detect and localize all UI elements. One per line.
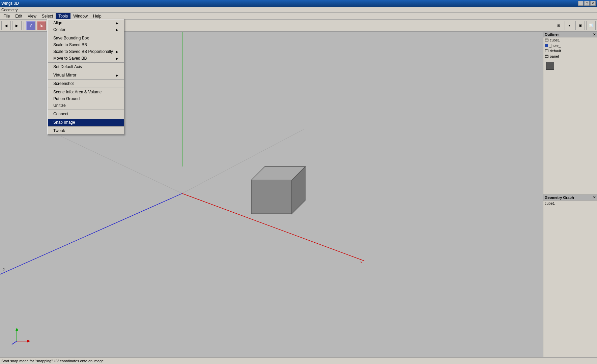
outliner-icon-panel: 🗔 xyxy=(545,54,548,58)
toolbar-sphere-view[interactable]: ● xyxy=(565,21,574,30)
menu-bar: File Edit View Select Tools Window Help xyxy=(0,13,597,20)
outliner-label-panel: panel xyxy=(550,54,559,58)
menu-select[interactable]: Select xyxy=(39,13,56,19)
geometry-graph-close-btn[interactable]: ✕ xyxy=(593,195,596,199)
outliner-label-hole: _hole_ xyxy=(549,43,561,48)
outliner-close-btn[interactable]: ✕ xyxy=(593,33,596,36)
toolbar-edge-mode[interactable]: E xyxy=(37,21,46,30)
outliner-header: Outliner ✕ xyxy=(543,32,597,37)
title-bar-title: Wings 3D xyxy=(1,1,19,6)
outliner-label-cube1: cube1 xyxy=(550,38,560,42)
menu-sep-8 xyxy=(48,126,124,127)
svg-marker-13 xyxy=(27,340,30,342)
close-button[interactable]: ✕ xyxy=(590,1,596,6)
toolbar-back-button[interactable]: ◄ xyxy=(1,21,11,30)
geometry-graph-item-cube1[interactable]: cube1 xyxy=(543,201,597,206)
svg-text:×: × xyxy=(360,260,362,264)
outliner-panel: Outliner ✕ 🗔 cube1 _hole_ 🗔 default 🗔 pa… xyxy=(543,32,597,195)
maximize-button[interactable]: □ xyxy=(584,1,590,6)
outliner-item-hole[interactable]: _hole_ xyxy=(543,43,597,48)
svg-line-2 xyxy=(0,193,182,274)
svg-line-14 xyxy=(12,341,17,344)
menu-item-scale-proportional[interactable]: Scale to Saved BB Proportionally ▶ xyxy=(48,48,124,55)
outliner-label-default: default xyxy=(550,49,561,53)
status-bar: Start snap mode for "snapping" UV coordi… xyxy=(0,357,597,364)
mode-bar: Geometry xyxy=(0,7,597,13)
geometry-graph-title: Geometry Graph xyxy=(545,195,574,200)
minimize-button[interactable]: _ xyxy=(578,1,584,6)
outliner-color-hole xyxy=(545,44,548,47)
menu-item-set-default-axis[interactable]: Set Default Axis xyxy=(48,63,124,70)
menu-help[interactable]: Help xyxy=(90,13,104,19)
geometry-graph-label-cube1: cube1 xyxy=(545,201,555,205)
menu-item-move-to-saved-bb[interactable]: Move to Saved BB ▶ xyxy=(48,55,124,62)
menu-item-scale-to-saved-bb[interactable]: Scale to Saved BB xyxy=(48,41,124,48)
menu-item-unitize[interactable]: Unitize xyxy=(48,102,124,109)
menu-edit[interactable]: Edit xyxy=(12,13,25,19)
svg-marker-7 xyxy=(251,180,292,214)
svg-text:2: 2 xyxy=(3,268,5,272)
menu-sep-2 xyxy=(48,62,124,63)
toolbar-grid-view[interactable]: ⊞ xyxy=(554,21,563,30)
outliner-item-panel[interactable]: 🗔 panel xyxy=(543,54,597,59)
outliner-icon-default: 🗔 xyxy=(545,49,548,53)
title-bar-controls: _ □ ✕ xyxy=(578,1,596,6)
menu-item-save-bounding-box[interactable]: Save Bounding Box xyxy=(48,35,124,41)
svg-marker-11 xyxy=(16,328,18,331)
menu-file[interactable]: File xyxy=(1,13,12,19)
menu-sep-3 xyxy=(48,71,124,71)
toolbar-flat-view[interactable]: ▣ xyxy=(575,21,585,30)
toolbar-right-group: ⊞ ● ▣ 📊 xyxy=(554,21,596,30)
menu-item-screenshot[interactable]: Screenshot xyxy=(48,80,124,87)
menu-item-snap-image[interactable]: Snap Image xyxy=(48,119,124,126)
right-panel: Outliner ✕ 🗔 cube1 _hole_ 🗔 default 🗔 pa… xyxy=(543,32,597,357)
menu-sep-4 xyxy=(48,79,124,80)
toolbar-chart-view[interactable]: 📊 xyxy=(586,21,596,30)
menu-window[interactable]: Window xyxy=(70,13,90,19)
tools-menu[interactable]: Align ▶ Center ▶ Save Bounding Box Scale… xyxy=(47,19,124,135)
menu-sep-6 xyxy=(48,110,124,110)
menu-item-scene-info[interactable]: Scene Info: Area & Volume xyxy=(48,89,124,95)
outliner-icon-cube1: 🗔 xyxy=(545,38,548,42)
geometry-graph-header: Geometry Graph ✕ xyxy=(543,195,597,201)
menu-item-align[interactable]: Align ▶ xyxy=(48,20,124,26)
outliner-thumbnail xyxy=(546,62,554,70)
menu-item-put-on-ground[interactable]: Put on Ground xyxy=(48,95,124,102)
menu-sep-5 xyxy=(48,88,124,88)
toolbar-forward-button[interactable]: ► xyxy=(12,21,22,30)
mode-label: Geometry xyxy=(1,8,18,12)
svg-line-4 xyxy=(61,136,182,193)
toolbar-sep-1 xyxy=(24,22,24,30)
menu-view[interactable]: View xyxy=(25,13,39,19)
3d-cube xyxy=(234,153,309,228)
outliner-item-default[interactable]: 🗔 default xyxy=(543,48,597,54)
menu-item-tweak[interactable]: Tweak xyxy=(48,127,124,134)
menu-sep-7 xyxy=(48,118,124,118)
axis-indicator xyxy=(10,326,30,347)
geometry-graph-panel: Geometry Graph ✕ cube1 xyxy=(543,195,597,358)
menu-item-center[interactable]: Center ▶ xyxy=(48,26,124,33)
menu-item-virtual-mirror[interactable]: Virtual Mirror ▶ xyxy=(48,72,124,79)
toolbar-vertex-mode[interactable]: V xyxy=(26,21,35,30)
menu-sep-1 xyxy=(48,34,124,34)
outliner-item-cube1[interactable]: 🗔 cube1 xyxy=(543,37,597,43)
outliner-title: Outliner xyxy=(545,32,559,36)
title-bar: Wings 3D _ □ ✕ xyxy=(0,0,597,7)
status-text: Start snap mode for "snapping" UV coordi… xyxy=(1,359,104,363)
menu-tools[interactable]: Tools xyxy=(56,13,70,19)
menu-item-connect[interactable]: Connect xyxy=(48,111,124,117)
